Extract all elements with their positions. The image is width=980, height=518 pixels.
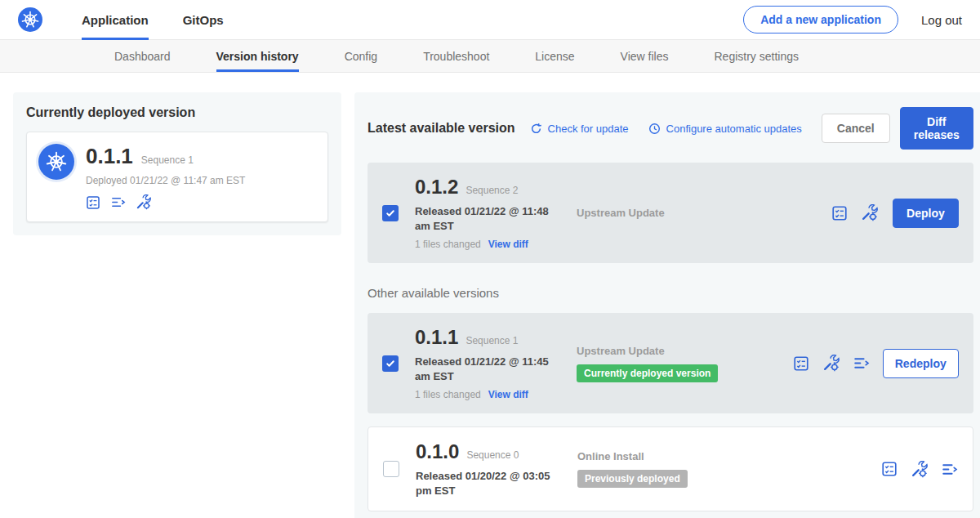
main-content: Currently deployed version 0.1.1 Sequenc…: [0, 73, 980, 518]
view-diff-icon[interactable]: [110, 194, 126, 210]
version-card-0-1-1: 0.1.1 Sequence 1 Released 01/21/22 @ 11:…: [368, 313, 973, 413]
view-diff-link[interactable]: View diff: [488, 239, 528, 250]
version-source: Online Install Previously deployed: [577, 450, 772, 488]
subnav-item-config[interactable]: Config: [345, 40, 377, 72]
version-sequence: Sequence 0: [466, 449, 519, 461]
version-released-timestamp: Released 01/20/22 @ 03:05 pm EST: [416, 469, 567, 498]
top-navbar: Application GitOps Add a new application…: [0, 0, 980, 40]
version-info: 0.1.1 Sequence 1 Released 01/21/22 @ 11:…: [415, 326, 577, 400]
edit-config-icon[interactable]: [861, 204, 878, 221]
nav-tab-application[interactable]: Application: [82, 0, 149, 40]
subnav-item-troubleshoot[interactable]: Troubleshoot: [423, 40, 489, 72]
nav-tab-gitops-label: GitOps: [183, 13, 224, 27]
add-application-button[interactable]: Add a new application: [743, 6, 898, 33]
check-for-update-link[interactable]: Check for update: [530, 123, 629, 135]
currently-deployed-panel: Currently deployed version 0.1.1 Sequenc…: [13, 92, 341, 235]
release-notes-icon[interactable]: [86, 194, 100, 210]
cancel-button[interactable]: Cancel: [822, 114, 890, 143]
app-subnav: Dashboard Version history Config Trouble…: [0, 40, 980, 73]
currently-deployed-badge: Currently deployed version: [577, 364, 718, 382]
available-versions-header: Latest available version Check for updat…: [368, 107, 973, 150]
check-for-update-label: Check for update: [548, 123, 629, 135]
latest-available-title: Latest available version: [368, 121, 515, 136]
edit-config-icon[interactable]: [136, 194, 151, 210]
files-changed-label: 1 files changed: [415, 389, 481, 400]
available-versions-panel: Latest available version Check for updat…: [354, 92, 980, 518]
view-diff-icon[interactable]: [941, 461, 958, 478]
subnav-item-license[interactable]: License: [535, 40, 574, 72]
deployed-version-number: 0.1.1: [86, 144, 133, 169]
deploy-button[interactable]: Deploy: [893, 199, 959, 228]
nav-tab-application-label: Application: [82, 13, 149, 27]
version-number: 0.1.0: [416, 440, 459, 463]
version-checkbox[interactable]: [382, 205, 399, 221]
version-actions: Redeploy: [793, 349, 959, 378]
currently-deployed-title: Currently deployed version: [26, 105, 328, 120]
version-source-label: Upstream Update: [577, 207, 771, 219]
version-checkbox[interactable]: [382, 355, 399, 372]
subnav-item-dashboard[interactable]: Dashboard: [114, 40, 171, 72]
nav-tab-gitops[interactable]: GitOps: [183, 0, 224, 40]
subnav-item-view-files[interactable]: View files: [621, 40, 669, 72]
kubernetes-logo-icon: [18, 7, 42, 32]
deployed-icon-actions: [86, 194, 245, 210]
configure-automatic-updates-link[interactable]: Configure automatic updates: [648, 123, 802, 135]
diff-releases-button[interactable]: Diff releases: [900, 107, 973, 150]
subnav-item-version-history[interactable]: Version history: [216, 40, 299, 72]
deployed-version-card: 0.1.1 Sequence 1 Deployed 01/21/22 @ 11:…: [26, 132, 328, 222]
configure-automatic-updates-label: Configure automatic updates: [666, 123, 802, 135]
subnav-item-registry-settings[interactable]: Registry settings: [714, 40, 798, 72]
app-icon: [38, 144, 74, 180]
release-notes-icon[interactable]: [881, 461, 898, 477]
edit-config-icon[interactable]: [822, 355, 840, 372]
version-source: Upstream Update: [577, 207, 771, 219]
version-source-label: Online Install: [577, 450, 772, 462]
version-released-timestamp: Released 01/21/22 @ 11:45 am EST: [415, 355, 566, 383]
app-window: Application GitOps Add a new application…: [0, 0, 980, 518]
version-sequence: Sequence 1: [466, 335, 518, 346]
release-notes-icon[interactable]: [831, 205, 848, 221]
edit-config-icon[interactable]: [911, 461, 928, 478]
deployed-sequence: Sequence 1: [141, 154, 194, 166]
deployed-version-info: 0.1.1 Sequence 1 Deployed 01/21/22 @ 11:…: [86, 144, 245, 210]
version-number: 0.1.1: [415, 326, 458, 349]
version-number: 0.1.2: [415, 176, 458, 199]
previously-deployed-badge: Previously deployed: [577, 470, 688, 488]
version-actions: [881, 461, 958, 478]
version-card-0-1-2: 0.1.2 Sequence 2 Released 01/21/22 @ 11:…: [368, 163, 973, 263]
version-card-0-1-0: 0.1.0 Sequence 0 Released 01/20/22 @ 03:…: [368, 426, 973, 511]
version-info: 0.1.2 Sequence 2 Released 01/21/22 @ 11:…: [415, 176, 577, 250]
files-changed-label: 1 files changed: [415, 239, 481, 250]
version-info: 0.1.0 Sequence 0 Released 01/20/22 @ 03:…: [416, 440, 577, 498]
version-checkbox[interactable]: [383, 461, 399, 477]
clock-icon: [648, 123, 661, 135]
refresh-icon: [530, 123, 542, 135]
redeploy-button[interactable]: Redeploy: [883, 349, 959, 378]
version-source-label: Upstream Update: [577, 345, 771, 357]
view-diff-icon[interactable]: [853, 355, 870, 372]
view-diff-link[interactable]: View diff: [488, 389, 528, 400]
logout-button[interactable]: Log out: [921, 13, 962, 27]
version-released-timestamp: Released 01/21/22 @ 11:48 am EST: [415, 204, 566, 233]
other-available-versions-title: Other available versions: [368, 286, 973, 300]
version-source: Upstream Update Currently deployed versi…: [577, 345, 771, 382]
version-sequence: Sequence 2: [466, 185, 518, 196]
deployed-timestamp: Deployed 01/21/22 @ 11:47 am EST: [86, 175, 245, 186]
release-notes-icon[interactable]: [793, 355, 809, 372]
version-actions: Deploy: [831, 199, 959, 228]
